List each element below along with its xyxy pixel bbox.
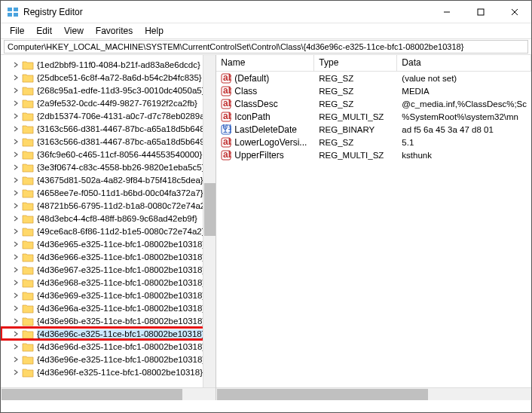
folder-icon [22, 277, 34, 288]
address-input[interactable] [4, 40, 528, 54]
column-type[interactable]: Type [314, 55, 397, 71]
tree-node-label: {268c95a1-edfe-11d3-95c3-0010dc4050a5} [37, 86, 205, 95]
minimize-button[interactable] [430, 2, 463, 23]
value-row[interactable]: (Default)REG_SZ(value not set) [216, 72, 531, 84]
value-row[interactable]: ClassDescREG_SZ@c_media.inf,%ClassDesc%;… [216, 97, 531, 110]
folder-icon [22, 98, 34, 109]
value-name: LowerLogoVersi... [234, 137, 307, 148]
tree-node[interactable]: {2db15374-706e-4131-a0c7-d7c78eb0289a} [1, 109, 216, 122]
folder-icon [22, 136, 34, 147]
chevron-right-icon[interactable] [11, 278, 20, 287]
chevron-right-icon[interactable] [11, 240, 20, 249]
column-data[interactable]: Data [397, 55, 531, 71]
value-row[interactable]: ClassREG_SZMEDIA [216, 84, 531, 97]
chevron-right-icon[interactable] [11, 86, 20, 95]
value-list[interactable]: (Default)REG_SZ(value not set)ClassREG_S… [216, 72, 531, 387]
chevron-right-icon[interactable] [11, 214, 20, 223]
chevron-right-icon[interactable] [11, 137, 20, 146]
chevron-right-icon[interactable] [11, 355, 20, 364]
chevron-right-icon[interactable] [11, 150, 20, 159]
chevron-right-icon[interactable] [11, 60, 20, 69]
tree-node[interactable]: {3e3f0674-c83c-4558-bb26-9820e1eba5c5} [1, 161, 216, 173]
chevron-right-icon[interactable] [11, 304, 20, 313]
chevron-right-icon[interactable] [11, 317, 20, 326]
value-data: (value not set) [397, 74, 531, 83]
tree-node-label: {4d36e967-e325-11ce-bfc1-08002be10318} [37, 265, 205, 274]
chevron-right-icon[interactable] [11, 329, 20, 338]
tree-node-label: {3163c566-d381-4467-87bc-a65a18d5b648} [37, 124, 207, 133]
chevron-right-icon[interactable] [11, 368, 20, 377]
chevron-right-icon[interactable] [11, 188, 20, 197]
chevron-right-icon[interactable] [11, 227, 20, 236]
value-row[interactable]: IconPathREG_MULTI_SZ%SystemRoot%\system3… [216, 110, 531, 123]
maximize-button[interactable] [463, 2, 497, 23]
tree-node-label: {4658ee7e-f050-11d1-b6bd-00c04fa372a7} [37, 188, 203, 197]
tree-scrollbar-horizontal[interactable] [1, 387, 216, 400]
address-bar [1, 38, 531, 55]
tree-node[interactable]: {3163c566-d381-4467-87bc-a65a18d5b649} [1, 135, 216, 148]
value-row[interactable]: LastDeleteDateREG_BINARYad f5 6a 45 3a 4… [216, 123, 531, 136]
tree-view[interactable]: {1ed2bbf9-11f0-4084-b21f-ad83a8e6dcdc}{2… [1, 55, 216, 387]
tree-node[interactable]: {4d36e96d-e325-11ce-bfc1-08002be10318} [1, 340, 216, 353]
folder-icon [22, 175, 34, 185]
tree-node[interactable]: {4d36e96e-e325-11ce-bfc1-08002be10318} [1, 353, 216, 366]
tree-node[interactable]: {49ce6ac8-6f86-11d2-b1e5-0080c72e74a2} [1, 225, 216, 237]
tree-node-label: {4d36e96e-e325-11ce-bfc1-08002be10318} [37, 355, 205, 364]
chevron-right-icon[interactable] [11, 291, 20, 300]
tree-node[interactable]: {4d36e966-e325-11ce-bfc1-08002be10318} [1, 250, 216, 263]
value-name: IconPath [234, 112, 270, 122]
chevron-right-icon[interactable] [11, 265, 20, 274]
tree-node-label: {2db15374-706e-4131-a0c7-d7c78eb0289a} [37, 112, 207, 121]
chevron-right-icon[interactable] [11, 112, 20, 121]
chevron-right-icon[interactable] [11, 342, 20, 351]
tree-node[interactable]: {4d36e969-e325-11ce-bfc1-08002be10318} [1, 289, 216, 301]
tree-node[interactable]: {268c95a1-edfe-11d3-95c3-0010dc4050a5} [1, 84, 216, 96]
tree-node[interactable]: {25dbce51-6c8f-4a72-8a6d-b54c2b4fc835} [1, 71, 216, 84]
tree-node[interactable]: {4d36e968-e325-11ce-bfc1-08002be10318} [1, 276, 216, 289]
value-data: ksthunk [397, 151, 531, 160]
svg-rect-1 [14, 8, 18, 11]
tree-node[interactable]: {3163c566-d381-4467-87bc-a65a18d5b648} [1, 122, 216, 135]
tree-node[interactable]: {4d36e96a-e325-11ce-bfc1-08002be10318} [1, 301, 216, 314]
menu-edit[interactable]: Edit [30, 24, 58, 38]
svg-rect-3 [14, 13, 18, 17]
chevron-right-icon[interactable] [11, 163, 20, 172]
tree-node[interactable]: {4d36e967-e325-11ce-bfc1-08002be10318} [1, 263, 216, 276]
chevron-right-icon[interactable] [11, 124, 20, 133]
tree-node[interactable]: {48d3ebc4-4cf8-48ff-b869-9c68ad42eb9f} [1, 212, 216, 225]
tree-node-label: {4d36e969-e325-11ce-bfc1-08002be10318} [37, 291, 205, 300]
tree-node[interactable]: {48721b56-6795-11d2-b1a8-0080c72e74a2} [1, 199, 216, 212]
menu-view[interactable]: View [58, 24, 90, 38]
chevron-right-icon[interactable] [11, 99, 20, 108]
tree-node[interactable]: {4d36e96f-e325-11ce-bfc1-08002be10318} [1, 366, 216, 378]
tree-node[interactable]: {1ed2bbf9-11f0-4084-b21f-ad83a8e6dcdc} [1, 58, 216, 71]
tree-node[interactable]: {2a9fe532-0cdc-44f9-9827-76192f2ca2fb} [1, 96, 216, 109]
close-button[interactable] [497, 2, 531, 23]
tree-node-label: {3e3f0674-c83c-4558-bb26-9820e1eba5c5} [37, 163, 205, 172]
value-row[interactable]: LowerLogoVersi...REG_SZ5.1 [216, 136, 531, 148]
list-scrollbar-horizontal[interactable] [216, 387, 531, 400]
chevron-right-icon[interactable] [11, 201, 20, 210]
value-data: 5.1 [397, 138, 531, 147]
svg-rect-5 [478, 9, 484, 15]
chevron-right-icon[interactable] [11, 252, 20, 262]
string-value-icon [221, 112, 231, 122]
tree-node[interactable]: {4d36e96b-e325-11ce-bfc1-08002be10318} [1, 314, 216, 327]
tree-node-label: {43675d81-502a-4a82-9f84-b75f418c5dea} [37, 176, 203, 185]
tree-scrollbar-vertical[interactable] [203, 55, 216, 387]
menu-help[interactable]: Help [139, 24, 170, 38]
tree-node[interactable]: {36fc9e60-c465-11cf-8056-444553540000} [1, 148, 216, 161]
tree-node[interactable]: {43675d81-502a-4a82-9f84-b75f418c5dea} [1, 173, 216, 186]
app-icon [7, 6, 19, 18]
tree-node[interactable]: {4658ee7e-f050-11d1-b6bd-00c04fa372a7} [1, 186, 216, 199]
column-name[interactable]: Name [216, 55, 314, 71]
chevron-right-icon[interactable] [11, 176, 20, 185]
chevron-right-icon[interactable] [11, 73, 20, 82]
menu-file[interactable]: File [4, 24, 30, 38]
value-row[interactable]: UpperFiltersREG_MULTI_SZksthunk [216, 148, 531, 161]
tree-node[interactable]: {4d36e965-e325-11ce-bfc1-08002be10318} [1, 237, 216, 250]
tree-node[interactable]: {4d36e96c-e325-11ce-bfc1-08002be10318} [1, 327, 216, 340]
folder-icon [22, 316, 34, 326]
string-value-icon [221, 137, 231, 148]
menu-favorites[interactable]: Favorites [90, 24, 139, 38]
